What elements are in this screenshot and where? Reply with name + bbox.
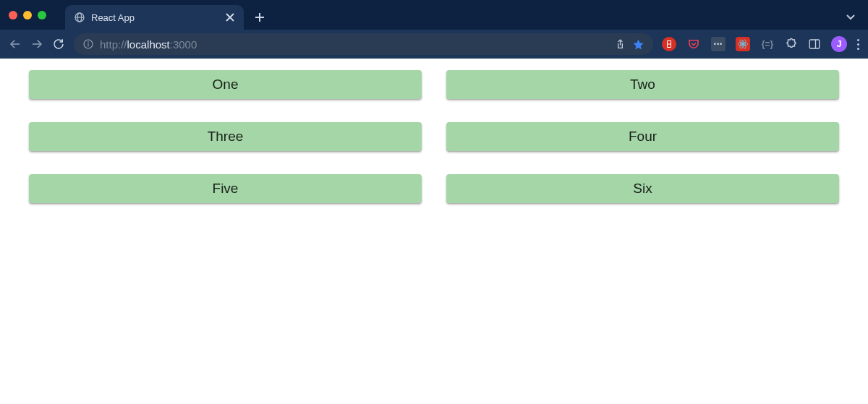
tab-strip: React App — [0, 0, 868, 30]
avatar-initial: J — [837, 39, 842, 49]
extension-adblock-icon[interactable] — [662, 37, 676, 51]
new-tab-button[interactable] — [250, 7, 270, 27]
maximize-window-button[interactable] — [38, 11, 46, 20]
address-bar[interactable]: http://localhost:3000 — [74, 33, 653, 55]
card-four[interactable]: Four — [446, 122, 839, 151]
url-scheme: http:// — [100, 38, 127, 51]
browser-tab[interactable]: React App — [65, 5, 244, 30]
url-text: http://localhost:3000 — [100, 38, 197, 51]
extension-react-devtools-icon[interactable] — [736, 37, 750, 51]
close-tab-icon[interactable] — [225, 12, 235, 22]
tab-search-button[interactable] — [845, 11, 856, 22]
side-panel-icon[interactable] — [808, 38, 821, 51]
svg-rect-17 — [809, 40, 820, 48]
card-five[interactable]: Five — [29, 174, 422, 203]
card-two[interactable]: Two — [446, 70, 839, 99]
profile-avatar[interactable]: J — [831, 36, 847, 52]
extension-redux-icon[interactable]: {=} — [760, 37, 775, 51]
extension-pocket-icon[interactable] — [686, 37, 701, 51]
card-one[interactable]: One — [29, 70, 422, 99]
browser-chrome: React App http://localhost:3000 — [0, 0, 868, 59]
minimize-window-button[interactable] — [23, 11, 32, 20]
plus-icon — [255, 12, 265, 22]
window-controls — [9, 11, 46, 20]
extensions-group: ••• {=} J — [662, 36, 859, 52]
url-port: :3000 — [170, 38, 197, 51]
forward-button[interactable] — [30, 38, 43, 51]
extensions-menu-icon[interactable] — [785, 38, 798, 51]
browser-menu-button[interactable] — [857, 39, 859, 50]
url-host: localhost — [127, 38, 170, 51]
svg-point-11 — [88, 42, 89, 43]
back-button[interactable] — [9, 38, 22, 51]
card-three[interactable]: Three — [29, 122, 422, 151]
reload-button[interactable] — [52, 38, 65, 51]
share-icon[interactable] — [614, 38, 626, 51]
card-grid: One Two Three Four Five Six — [29, 70, 839, 203]
page-content: One Two Three Four Five Six — [0, 59, 868, 215]
bookmark-star-icon[interactable] — [632, 38, 644, 51]
tab-title: React App — [91, 12, 219, 23]
globe-icon — [74, 12, 85, 23]
extension-lastpass-icon[interactable]: ••• — [711, 37, 726, 51]
card-six[interactable]: Six — [446, 174, 839, 203]
svg-point-13 — [742, 43, 744, 46]
toolbar: http://localhost:3000 ••• {=} J — [0, 30, 868, 59]
site-info-icon[interactable] — [82, 38, 94, 50]
close-window-button[interactable] — [9, 11, 17, 20]
